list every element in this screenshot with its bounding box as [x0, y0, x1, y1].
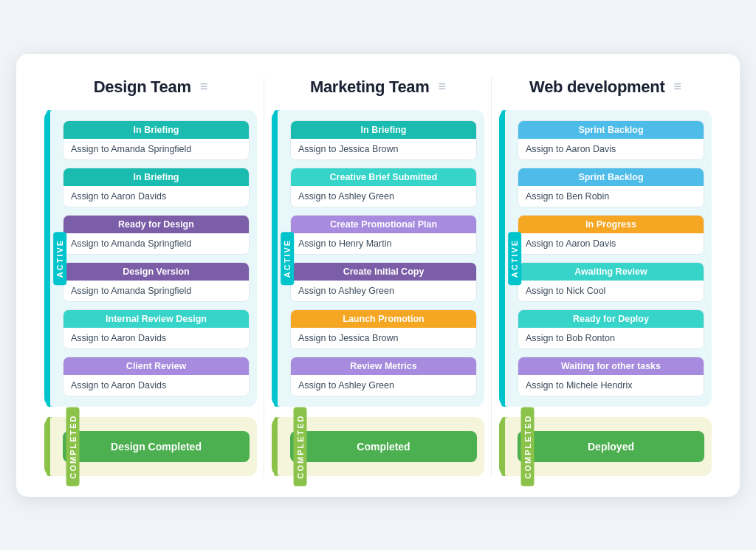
task-card-design-1[interactable]: In BriefingAssign to Aaron Davids [63, 168, 250, 207]
column-header-marketing: Marketing Team≡ [272, 78, 484, 97]
completed-left-bar-design [47, 417, 50, 476]
task-assign-marketing-5: Assign to Ashley Green [291, 375, 476, 396]
task-assign-design-0: Assign to Amanda Springfield [63, 139, 249, 159]
task-card-design-5[interactable]: Client ReviewAssign to Aaron Davids [63, 357, 250, 396]
task-assign-webdev-5: Assign to Michele Hendrix [518, 375, 704, 396]
completed-section-marketing: COMPLETEDCompleted [272, 417, 484, 476]
completed-pill-webdev-0[interactable]: Deployed [518, 431, 704, 462]
task-status-design-2: Ready for Design [63, 216, 249, 233]
task-status-webdev-3: Awaiting Review [518, 263, 704, 281]
task-card-marketing-5[interactable]: Review MetricsAssign to Ashley Green [290, 357, 477, 396]
active-label-marketing: ACTIVE [281, 231, 294, 284]
active-inner-design: In BriefingAssign to Amanda SpringfieldI… [63, 120, 250, 396]
column-title-design: Design Team [94, 78, 191, 97]
task-card-webdev-3[interactable]: Awaiting ReviewAssign to Nick Cool [518, 262, 704, 302]
task-card-webdev-2[interactable]: In ProgressAssign to Aaron Davis [518, 215, 704, 255]
task-assign-marketing-2: Assign to Henry Martin [291, 233, 476, 254]
task-status-design-0: In Briefing [63, 121, 249, 139]
board-columns: Design Team≡ACTIVEIn BriefingAssign to A… [37, 78, 719, 476]
task-assign-design-1: Assign to Aaron Davids [63, 186, 249, 207]
task-assign-webdev-0: Assign to Aaron Davis [518, 139, 704, 159]
column-marketing: Marketing Team≡ACTIVEIn BriefingAssign t… [264, 78, 492, 476]
active-left-bar-design [47, 110, 50, 407]
active-section-marketing: ACTIVEIn BriefingAssign to Jessica Brown… [272, 110, 484, 407]
task-card-marketing-3[interactable]: Create Initial CopyAssign to Ashley Gree… [290, 262, 477, 302]
completed-pill-marketing-0[interactable]: Completed [290, 431, 477, 462]
task-card-webdev-4[interactable]: Ready for DeployAssign to Bob Ronton [518, 309, 704, 349]
board-container: Design Team≡ACTIVEIn BriefingAssign to A… [16, 54, 740, 497]
completed-label-webdev: COMPLETED [521, 407, 535, 486]
task-status-marketing-4: Launch Promotion [291, 310, 476, 328]
column-menu-icon-marketing[interactable]: ≡ [439, 79, 447, 94]
task-assign-marketing-3: Assign to Ashley Green [291, 281, 476, 301]
completed-inner-webdev: Deployed [518, 431, 704, 462]
column-menu-icon-design[interactable]: ≡ [200, 79, 208, 94]
task-assign-webdev-4: Assign to Bob Ronton [518, 328, 704, 348]
active-left-bar-webdev [501, 110, 505, 407]
task-assign-marketing-1: Assign to Ashley Green [291, 186, 476, 207]
task-assign-webdev-1: Assign to Ben Robin [518, 186, 704, 207]
task-card-marketing-4[interactable]: Launch PromotionAssign to Jessica Brown [290, 309, 477, 349]
active-inner-webdev: Sprint BacklogAssign to Aaron DavisSprin… [518, 120, 704, 396]
task-status-marketing-3: Create Initial Copy [291, 263, 476, 281]
task-assign-design-3: Assign to Amanda Springfield [63, 281, 249, 301]
task-status-design-1: In Briefing [63, 168, 249, 186]
task-card-design-4[interactable]: Internal Review DesignAssign to Aaron Da… [63, 309, 250, 349]
completed-inner-design: Design Completed [63, 431, 250, 462]
completed-left-bar-marketing [274, 417, 278, 476]
task-status-marketing-2: Create Promotional Plan [291, 216, 476, 233]
completed-label-design: COMPLETED [66, 407, 80, 486]
task-card-design-2[interactable]: Ready for DesignAssign to Amanda Springf… [63, 215, 250, 255]
active-left-bar-marketing [274, 110, 278, 407]
task-assign-design-4: Assign to Aaron Davids [63, 328, 249, 348]
task-card-marketing-2[interactable]: Create Promotional PlanAssign to Henry M… [290, 215, 477, 255]
column-title-marketing: Marketing Team [310, 78, 430, 97]
task-assign-design-5: Assign to Aaron Davids [63, 375, 249, 396]
task-assign-marketing-0: Assign to Jessica Brown [291, 139, 476, 159]
column-webdev: Web development≡ACTIVESprint BacklogAssi… [492, 78, 719, 476]
task-status-webdev-5: Waiting for other tasks [518, 357, 704, 375]
task-assign-webdev-3: Assign to Nick Cool [518, 281, 704, 301]
task-status-design-4: Internal Review Design [63, 310, 249, 328]
task-status-marketing-5: Review Metrics [291, 357, 476, 375]
column-design: Design Team≡ACTIVEIn BriefingAssign to A… [37, 78, 264, 476]
column-header-webdev: Web development≡ [499, 78, 712, 97]
column-menu-icon-webdev[interactable]: ≡ [673, 79, 681, 94]
completed-pill-design-0[interactable]: Design Completed [63, 431, 250, 462]
task-card-webdev-1[interactable]: Sprint BacklogAssign to Ben Robin [518, 168, 704, 207]
task-card-webdev-0[interactable]: Sprint BacklogAssign to Aaron Davis [518, 120, 704, 160]
task-status-webdev-2: In Progress [518, 216, 704, 233]
active-section-design: ACTIVEIn BriefingAssign to Amanda Spring… [44, 110, 257, 407]
task-status-webdev-0: Sprint Backlog [518, 121, 704, 139]
active-inner-marketing: In BriefingAssign to Jessica BrownCreati… [290, 120, 477, 396]
task-status-design-3: Design Version [63, 263, 249, 281]
completed-label-marketing: COMPLETED [294, 407, 307, 486]
task-assign-webdev-2: Assign to Aaron Davis [518, 233, 704, 254]
task-status-webdev-4: Ready for Deploy [518, 310, 704, 328]
task-assign-design-2: Assign to Amanda Springfield [63, 233, 249, 254]
completed-section-design: COMPLETEDDesign Completed [44, 417, 257, 476]
task-card-design-0[interactable]: In BriefingAssign to Amanda Springfield [63, 120, 250, 160]
task-status-marketing-0: In Briefing [291, 121, 476, 139]
active-label-design: ACTIVE [53, 231, 66, 284]
completed-inner-marketing: Completed [290, 431, 477, 462]
task-card-webdev-5[interactable]: Waiting for other tasksAssign to Michele… [518, 357, 704, 396]
task-status-webdev-1: Sprint Backlog [518, 168, 704, 186]
task-card-design-3[interactable]: Design VersionAssign to Amanda Springfie… [63, 262, 250, 302]
task-status-marketing-1: Creative Brief Submitted [291, 168, 476, 186]
column-header-design: Design Team≡ [44, 78, 257, 97]
task-assign-marketing-4: Assign to Jessica Brown [291, 328, 476, 348]
task-status-design-5: Client Review [63, 357, 249, 375]
task-card-marketing-1[interactable]: Creative Brief SubmittedAssign to Ashley… [290, 168, 477, 207]
active-label-webdev: ACTIVE [508, 231, 521, 284]
column-title-webdev: Web development [529, 78, 664, 97]
completed-section-webdev: COMPLETEDDeployed [499, 417, 712, 476]
active-section-webdev: ACTIVESprint BacklogAssign to Aaron Davi… [499, 110, 712, 407]
task-card-marketing-0[interactable]: In BriefingAssign to Jessica Brown [290, 120, 477, 160]
completed-left-bar-webdev [501, 417, 505, 476]
